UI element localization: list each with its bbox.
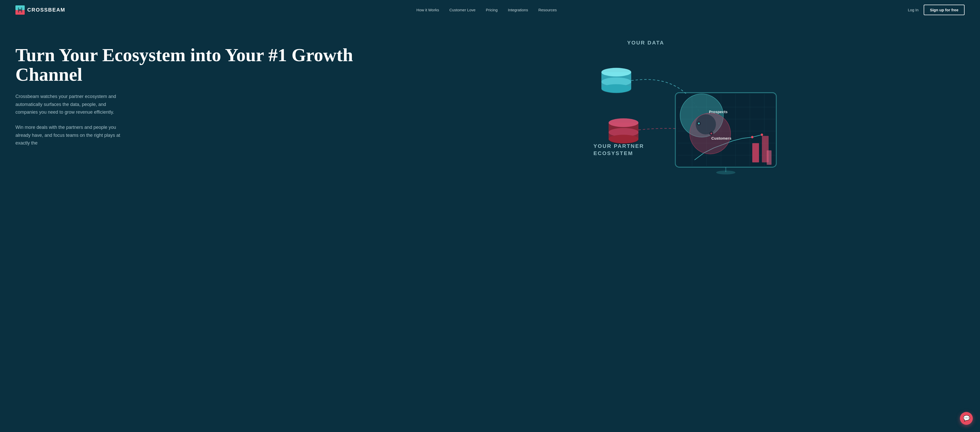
svg-rect-31 [752, 143, 759, 162]
svg-text:Prospects: Prospects [709, 110, 727, 114]
chat-icon: 💬 [963, 415, 970, 422]
svg-point-10 [601, 68, 631, 77]
chat-bubble-button[interactable]: 💬 [960, 412, 973, 425]
hero-text-block: Turn Your Ecosystem into Your #1 Growth … [16, 35, 376, 147]
navbar: CROSSBEAM How it Works Customer Love Pri… [0, 0, 980, 20]
hero-description-2: Win more deals with the partners and peo… [16, 124, 124, 147]
illustration-svg: YOUR DATA YOUR PARTNER ECOSYSTEM [381, 30, 964, 179]
nav-links: How it Works Customer Love Pricing Integ… [417, 8, 557, 12]
svg-point-9 [601, 84, 631, 93]
svg-point-17 [609, 118, 638, 127]
svg-rect-4 [19, 11, 21, 13]
svg-text:YOUR PARTNER: YOUR PARTNER [593, 143, 644, 149]
nav-customer-love[interactable]: Customer Love [449, 8, 476, 12]
svg-point-34 [751, 136, 753, 138]
logo-icon [16, 5, 25, 15]
nav-integrations[interactable]: Integrations [508, 8, 528, 12]
svg-point-44 [698, 122, 700, 124]
svg-point-16 [609, 135, 638, 143]
svg-text:Customers: Customers [711, 136, 732, 140]
svg-text:YOUR DATA: YOUR DATA [627, 40, 664, 46]
nav-pricing[interactable]: Pricing [486, 8, 498, 12]
hero-description-1: Crossbeam watches your partner ecosystem… [16, 92, 124, 116]
nav-how-it-works[interactable]: How it Works [417, 8, 439, 12]
svg-rect-3 [19, 7, 21, 9]
svg-point-46 [710, 133, 712, 135]
nav-actions: Log In Sign up for free [908, 5, 964, 15]
svg-point-35 [761, 133, 763, 136]
hero-illustration: YOUR DATA YOUR PARTNER ECOSYSTEM [381, 35, 964, 184]
hero-title: Turn Your Ecosystem into Your #1 Growth … [16, 46, 376, 84]
svg-rect-33 [767, 151, 772, 165]
signup-button[interactable]: Sign up for free [924, 5, 964, 15]
logo-link[interactable]: CROSSBEAM [16, 5, 65, 15]
hero-section: Turn Your Ecosystem into Your #1 Growth … [0, 20, 980, 431]
brand-name: CROSSBEAM [27, 7, 65, 13]
nav-resources[interactable]: Resources [538, 8, 557, 12]
svg-point-48 [716, 170, 735, 174]
login-button[interactable]: Log In [908, 8, 918, 12]
svg-text:ECOSYSTEM: ECOSYSTEM [593, 150, 633, 156]
